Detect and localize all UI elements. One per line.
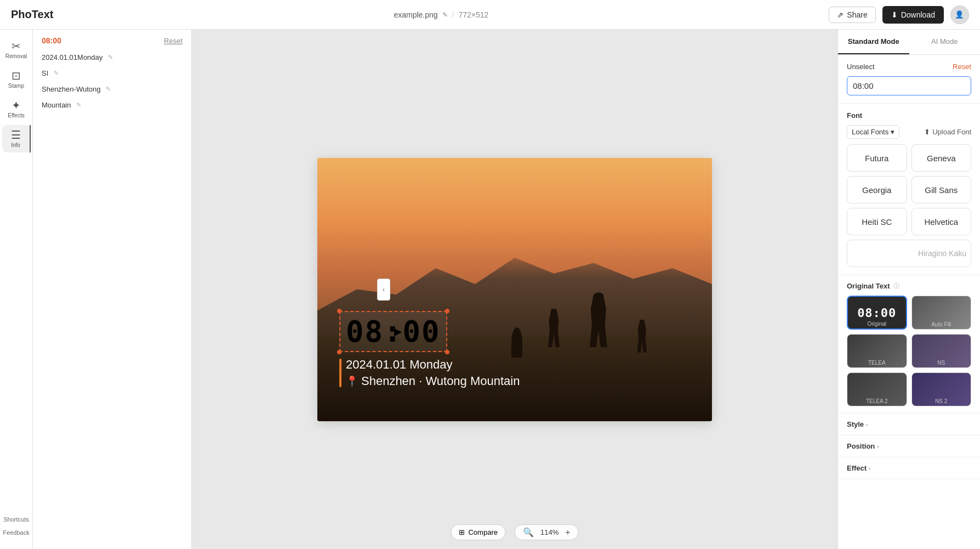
layer-name-si: SI [42, 69, 48, 77]
text-style-telea2-label: TELEA 2 [866, 398, 887, 404]
canvas-area: ‹ 08:00 [192, 30, 837, 549]
font-card-heiti-sc[interactable]: Heiti SC [847, 208, 907, 235]
tools-sidebar: ✂ Removal ⊡ Stamp ✦ Effects ☰ Info Short… [0, 30, 33, 549]
font-section: Font Local Fonts ▾ ⬆ Upload Font Futura … [838, 104, 980, 275]
layer-edit-icon[interactable]: ✎ [76, 101, 81, 109]
text-style-auto-fill[interactable]: Auto Fill [911, 296, 972, 330]
text-style-autofill-label: Auto Fill [931, 321, 951, 327]
effects-label: Effects [8, 112, 24, 118]
removal-icon: ✂ [12, 41, 21, 52]
layer-edit-icon[interactable]: ✎ [108, 54, 113, 61]
compare-button[interactable]: ⊞ Compare [451, 524, 505, 540]
date-location-row: 2024.01.01 Monday 📍 Shenzhen · Wutong Mo… [339, 358, 520, 388]
info-label: Info [11, 142, 20, 148]
font-card-gill-sans[interactable]: Gill Sans [911, 176, 972, 203]
time-text[interactable]: 08:00 ▶ [339, 311, 447, 352]
stamp-label: Stamp [8, 83, 24, 89]
stamp-icon: ⊡ [12, 70, 21, 81]
tool-effects[interactable]: ✦ Effects [2, 95, 31, 123]
text-value-input[interactable] [847, 76, 971, 95]
collapse-arrow-icon: ‹ [383, 286, 385, 293]
original-text-label: Original Text [847, 282, 890, 290]
dropdown-arrow-icon: ▾ [891, 128, 894, 136]
chevron-down-icon: › [877, 443, 879, 450]
selected-layer-label[interactable]: 08:00 [42, 36, 61, 45]
unselect-row: Unselect Reset [847, 63, 971, 71]
chevron-down-icon: › [866, 421, 868, 428]
layer-reset-link[interactable]: Reset [164, 37, 183, 45]
tool-removal[interactable]: ✂ Removal [2, 36, 31, 64]
tab-standard-mode[interactable]: Standard Mode [838, 30, 909, 54]
file-dimensions: 772×512 [458, 10, 488, 19]
list-item[interactable]: Shenzhen-Wutong ✎ [33, 81, 191, 97]
app-logo: PhoText [11, 8, 53, 21]
reset-link[interactable]: Reset [953, 63, 971, 71]
download-button[interactable]: ⬇ Download [882, 6, 944, 24]
text-style-telea2[interactable]: TELEA 2 [847, 372, 907, 406]
mode-tabs: Standard Mode AI Mode [838, 30, 980, 55]
zoom-level: 114% [540, 528, 559, 536]
text-style-telea-label: TELEA [868, 360, 886, 366]
canvas-image[interactable]: 08:00 ▶ 2024.01.01 Monday [317, 158, 712, 421]
layer-edit-icon[interactable]: ✎ [106, 86, 111, 93]
main-layout: ✂ Removal ⊡ Stamp ✦ Effects ☰ Info Short… [0, 30, 980, 549]
chevron-down-icon: › [869, 465, 871, 472]
feedback-link[interactable]: Feedback [1, 527, 31, 538]
upload-font-button[interactable]: ⬆ Upload Font [924, 128, 971, 136]
list-item[interactable]: 2024.01.01Monday ✎ [33, 49, 191, 65]
zoom-out-button[interactable]: 🔍 [521, 527, 536, 537]
date-location-text: 2024.01.01 Monday 📍 Shenzhen · Wutong Mo… [346, 358, 520, 388]
orange-accent-bar [339, 359, 341, 387]
text-style-ns2[interactable]: NS 2 [911, 372, 972, 406]
tool-info[interactable]: ☰ Info [2, 125, 31, 152]
edit-filename-icon[interactable]: ✎ [442, 11, 448, 19]
font-source-row: Local Fonts ▾ ⬆ Upload Font [847, 125, 971, 139]
info-circle-icon: ⓘ [893, 282, 899, 290]
info-icon: ☰ [11, 129, 21, 140]
font-card-georgia[interactable]: Georgia [847, 176, 907, 203]
pin-icon: 📍 [346, 375, 358, 387]
file-name: example.png [394, 10, 437, 19]
layer-edit-icon[interactable]: ✎ [54, 70, 59, 77]
effects-icon: ✦ [12, 100, 21, 111]
zoom-in-button[interactable]: + [563, 528, 572, 537]
text-style-original-label: Original [868, 321, 886, 327]
right-panel: Standard Mode AI Mode Unselect Reset Fon… [837, 30, 980, 549]
text-style-ns2-label: NS 2 [935, 398, 947, 404]
text-style-ns-label: NS [937, 360, 945, 366]
account-button[interactable]: 👤 [950, 5, 969, 24]
font-card-futura[interactable]: Futura [847, 144, 907, 172]
font-card-helvetica[interactable]: Helvetica [911, 208, 972, 235]
share-button[interactable]: ⇗ Share [829, 7, 875, 23]
compare-icon: ⊞ [459, 528, 465, 536]
list-item[interactable]: SI ✎ [33, 65, 191, 81]
position-section-title[interactable]: Position › [838, 435, 980, 457]
header-actions: ⇗ Share ⬇ Download 👤 [829, 5, 969, 24]
zoom-controls: 🔍 114% + [515, 524, 579, 540]
share-icon: ⇗ [837, 10, 844, 19]
tool-stamp[interactable]: ⊡ Stamp [2, 66, 31, 93]
unselect-button[interactable]: Unselect [847, 63, 875, 71]
text-style-grid: 08:00 Original Auto Fill TELEA NS TELEA … [847, 296, 971, 406]
layers-panel: 08:00 Reset 2024.01.01Monday ✎ SI ✎ Shen… [33, 30, 192, 549]
canvas-wrapper: 08:00 ▶ 2024.01.01 Monday [317, 158, 712, 421]
effect-section-title[interactable]: Effect › [838, 457, 980, 479]
font-card-hiragino-kaku[interactable]: Hiragino Kaku [847, 240, 971, 267]
layer-name-location: Shenzhen-Wutong [42, 85, 100, 93]
style-section-title[interactable]: Style › [838, 414, 980, 435]
font-card-geneva[interactable]: Geneva [911, 144, 972, 172]
unselect-section: Unselect Reset [838, 55, 980, 104]
local-fonts-button[interactable]: Local Fonts ▾ [847, 125, 899, 139]
canvas-bottom-controls: ⊞ Compare 🔍 114% + [451, 524, 578, 540]
text-style-original[interactable]: 08:00 Original [847, 296, 907, 330]
header: PhoText example.png ✎ / 772×512 ⇗ Share … [0, 0, 980, 30]
shortcuts-link[interactable]: Shortcuts [1, 514, 31, 525]
collapse-panel-button[interactable]: ‹ [377, 279, 390, 301]
text-style-ns[interactable]: NS [911, 334, 972, 368]
layer-header: 08:00 Reset [33, 36, 191, 49]
list-item[interactable]: Mountain ✎ [33, 97, 191, 113]
date-text: 2024.01.01 Monday [346, 358, 520, 372]
tab-ai-mode[interactable]: AI Mode [909, 30, 981, 54]
text-style-telea[interactable]: TELEA [847, 334, 907, 368]
canvas-text-overlay: 08:00 ▶ 2024.01.01 Monday [339, 311, 520, 388]
